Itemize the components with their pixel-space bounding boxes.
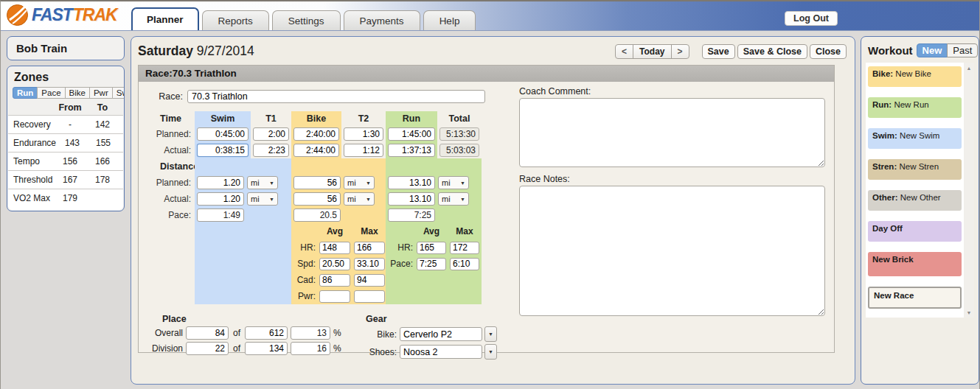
day-header: Saturday 9/27/2014 < Today > Save Save &… (131, 37, 855, 65)
time-actual-t2-input[interactable] (344, 144, 383, 157)
time-planned-run-input[interactable] (388, 127, 435, 141)
chevron-down-icon: ▼ (366, 197, 371, 202)
workout-card-new-stren[interactable]: Stren: New Stren (868, 159, 962, 180)
distance-actual-swim-input[interactable] (197, 192, 244, 206)
close-button[interactable]: Close (810, 44, 847, 59)
zone-tab-pace[interactable]: Pace (37, 87, 65, 99)
gear-shoes-input[interactable] (400, 345, 482, 359)
zone-tab-pwr[interactable]: Pwr (89, 87, 113, 99)
bike-pwr-avg-input[interactable] (319, 290, 350, 303)
time-planned-bike-input[interactable] (293, 127, 339, 141)
place-division-value-input[interactable] (186, 342, 229, 355)
card-text: New Bike (895, 69, 931, 78)
gear-bike-input[interactable] (400, 327, 482, 341)
workout-sidebar: Workout New Past Bike: New Bike Run: New… (861, 36, 979, 385)
time-planned-swim-input[interactable] (197, 127, 249, 141)
bike-spd-max-input[interactable] (354, 258, 385, 270)
workout-tab-new[interactable]: New (917, 43, 948, 57)
unit-label: mi (251, 194, 260, 203)
workout-header: Workout New Past (861, 37, 979, 61)
time-planned-t2-input[interactable] (344, 127, 383, 141)
distance-actual-bike-input[interactable] (293, 192, 341, 206)
tab-settings[interactable]: Settings (272, 10, 341, 30)
workout-card-new-bike[interactable]: Bike: New Bike (868, 66, 962, 87)
col-header-swim: Swim (195, 111, 251, 126)
gear-bike-dropdown-button[interactable]: ▼ (484, 326, 497, 342)
unit-label: mi (347, 194, 356, 203)
col-header-t1: T1 (251, 111, 291, 126)
workout-card-new-swim[interactable]: Swim: New Swim (868, 128, 962, 149)
run-planned-unit-select[interactable]: mi▼ (438, 176, 469, 189)
tab-planner[interactable]: Planner (131, 7, 199, 30)
workout-tab-past[interactable]: Past (947, 43, 978, 57)
swim-planned-unit-select[interactable]: mi▼ (247, 176, 278, 189)
unit-label: mi (347, 178, 356, 187)
time-actual-bike-input[interactable] (293, 144, 339, 157)
bike-cad-max-input[interactable] (354, 274, 385, 287)
time-planned-t1-input[interactable] (253, 127, 289, 141)
tab-help[interactable]: Help (423, 10, 476, 30)
race-name-input[interactable] (187, 90, 485, 103)
time-actual-run-input[interactable] (388, 144, 435, 157)
zone-tab-swim[interactable]: Swim (112, 87, 125, 99)
workout-card-new-run[interactable]: Run: New Run (868, 97, 962, 118)
chevron-down-icon: ▼ (366, 181, 371, 186)
coach-comment-textarea[interactable] (519, 98, 825, 167)
run-hr-max-input[interactable] (450, 242, 479, 254)
bike-actual-unit-select[interactable]: mi▼ (344, 192, 375, 206)
bike-planned-unit-select[interactable]: mi▼ (344, 176, 375, 189)
place-overall-pct-symbol: % (333, 328, 341, 338)
zone-from: - (53, 119, 87, 130)
bike-pwr-max-input[interactable] (354, 290, 385, 303)
scroll-down-icon[interactable]: ▼ (964, 307, 974, 318)
gear-shoes-row: Shoes: ▼ (363, 344, 497, 360)
logout-button[interactable]: Log Out (785, 11, 838, 26)
zone-tab-run[interactable]: Run (13, 87, 38, 99)
bike-hr-max-input[interactable] (354, 242, 385, 254)
distance-actual-run-input[interactable] (388, 192, 435, 206)
workout-card-new-other[interactable]: Other: New Other (868, 190, 962, 211)
next-day-button[interactable]: > (671, 44, 689, 59)
tab-reports[interactable]: Reports (202, 10, 269, 30)
gear-shoes-dropdown-button[interactable]: ▼ (484, 344, 497, 360)
swim-actual-unit-select[interactable]: mi▼ (247, 192, 278, 206)
bike-cad-avg-input[interactable] (319, 274, 350, 287)
place-division-pct-field (291, 342, 330, 355)
bike-spd-avg-input[interactable] (319, 258, 350, 270)
scrollbar-track[interactable] (964, 73, 974, 307)
run-hr-avg-input[interactable] (417, 242, 446, 254)
place-overall-value-input[interactable] (186, 326, 229, 340)
distance-planned-run-input[interactable] (388, 176, 435, 189)
zone-tab-bike[interactable]: Bike (65, 87, 90, 99)
run-pace-max-input[interactable] (450, 258, 479, 270)
workout-card-new-race[interactable]: New Race (868, 287, 962, 309)
place-overall-total-input[interactable] (245, 326, 288, 340)
scroll-up-icon[interactable]: ▲ (964, 63, 974, 73)
left-sidebar: Bob Train Zones Run Pace Bike Pwr Swim F… (1, 36, 131, 385)
chevron-down-icon: ▼ (488, 349, 493, 354)
page-title: Saturday 9/27/2014 (138, 43, 254, 59)
race-notes-textarea[interactable] (519, 186, 825, 316)
today-button[interactable]: Today (633, 44, 671, 59)
distance-planned-swim-input[interactable] (197, 176, 244, 189)
chevron-down-icon: ▼ (460, 181, 465, 186)
pace-swim-field (197, 208, 244, 222)
tab-payments[interactable]: Payments (344, 10, 420, 30)
day-name: Saturday (138, 43, 193, 58)
distance-planned-bike-input[interactable] (293, 176, 341, 189)
workout-card-day-off[interactable]: Day Off (868, 221, 962, 242)
prev-day-button[interactable]: < (615, 44, 633, 59)
time-actual-swim-input[interactable] (197, 144, 249, 157)
save-button[interactable]: Save (702, 44, 735, 59)
distance-actual-label: Actual: (149, 191, 195, 207)
time-actual-t1-input[interactable] (253, 144, 289, 157)
place-division-total-input[interactable] (245, 342, 288, 355)
header-controls: < Today > Save Save & Close Close (615, 44, 847, 59)
bike-hr-avg-input[interactable] (319, 242, 350, 254)
run-actual-unit-select[interactable]: mi▼ (438, 192, 469, 206)
place-overall-pct-field (291, 326, 330, 340)
run-pace-avg-input[interactable] (417, 258, 446, 270)
workout-card-new-brick[interactable]: New Brick (868, 252, 962, 276)
workout-list-scrollbar[interactable]: ▲ ▼ (964, 63, 974, 318)
save-close-button[interactable]: Save & Close (737, 44, 807, 59)
